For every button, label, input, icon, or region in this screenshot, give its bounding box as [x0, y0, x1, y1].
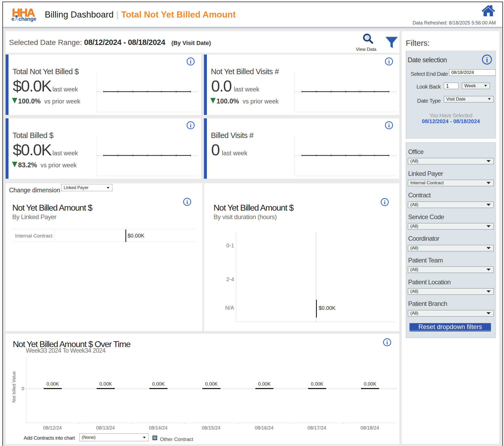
- svg-text:i: i: [388, 59, 390, 65]
- svg-text:i: i: [388, 122, 390, 129]
- svg-text:i: i: [190, 59, 191, 65]
- svg-text:i: i: [486, 56, 488, 64]
- svg-text:i: i: [190, 122, 191, 129]
- svg-text:i: i: [386, 339, 388, 346]
- svg-text:i: i: [384, 199, 386, 206]
- svg-text:i: i: [186, 199, 188, 205]
